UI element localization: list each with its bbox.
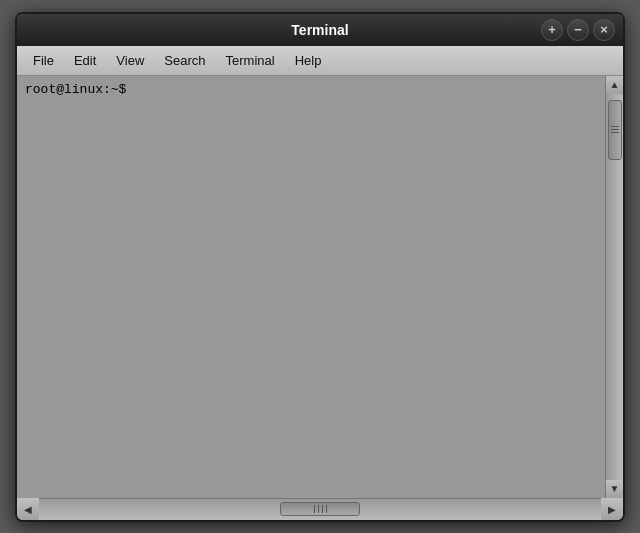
menu-file[interactable]: File <box>23 49 64 72</box>
thumb-grip-line <box>611 129 619 130</box>
title-bar: Terminal + − × <box>17 14 623 46</box>
minimize-button[interactable]: − <box>567 19 589 41</box>
scroll-down-arrow[interactable]: ▼ <box>606 480 624 498</box>
menu-bar: File Edit View Search Terminal Help <box>17 46 623 76</box>
scroll-left-arrow[interactable]: ◀ <box>17 498 39 520</box>
add-tab-button[interactable]: + <box>541 19 563 41</box>
window-controls: + − × <box>535 19 615 41</box>
thumb-grip-line <box>611 132 619 133</box>
menu-terminal[interactable]: Terminal <box>216 49 285 72</box>
menu-search[interactable]: Search <box>154 49 215 72</box>
terminal-prompt: root@linux:~$ <box>25 82 126 97</box>
menu-view[interactable]: View <box>106 49 154 72</box>
scroll-track-horizontal[interactable] <box>39 499 601 520</box>
thumb-grip-line-h <box>326 505 327 513</box>
scroll-track-vertical[interactable] <box>606 94 623 480</box>
terminal-body: root@linux:~$ ▲ ▼ <box>17 76 623 498</box>
terminal-window: Terminal + − × File Edit View Search Ter… <box>15 12 625 522</box>
scroll-right-arrow[interactable]: ▶ <box>601 498 623 520</box>
horizontal-scrollbar[interactable]: ◀ ▶ <box>17 498 623 520</box>
thumb-grip-line-h <box>314 505 315 513</box>
menu-edit[interactable]: Edit <box>64 49 106 72</box>
scroll-thumb-vertical[interactable] <box>608 100 622 160</box>
window-title: Terminal <box>105 22 535 38</box>
terminal-content[interactable]: root@linux:~$ <box>17 76 605 498</box>
thumb-grip-line-h <box>322 505 323 513</box>
menu-help[interactable]: Help <box>285 49 332 72</box>
thumb-grip-line-h <box>318 505 319 513</box>
scroll-thumb-horizontal[interactable] <box>280 502 360 516</box>
thumb-grip-line <box>611 126 619 127</box>
close-button[interactable]: × <box>593 19 615 41</box>
vertical-scrollbar[interactable]: ▲ ▼ <box>605 76 623 498</box>
scroll-up-arrow[interactable]: ▲ <box>606 76 624 94</box>
